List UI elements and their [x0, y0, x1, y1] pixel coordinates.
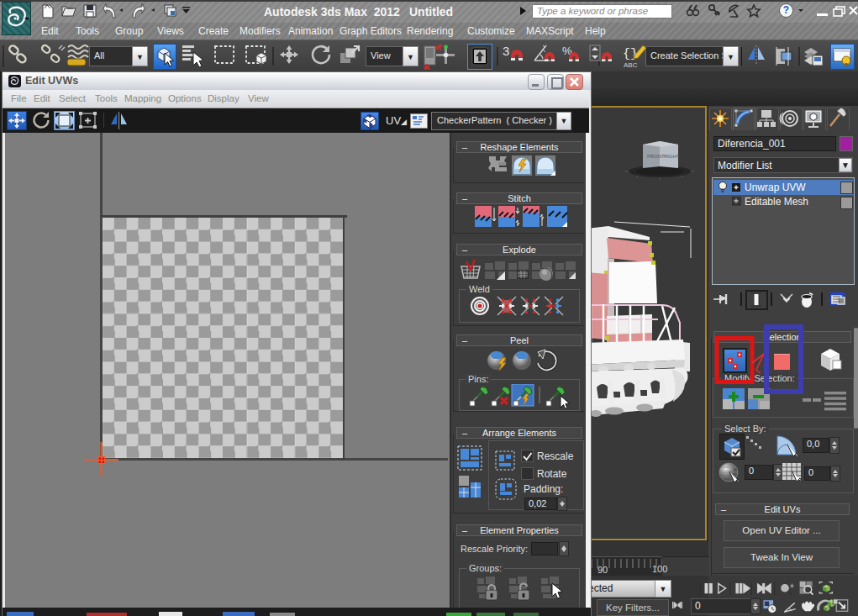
svg-text:ABC: ABC	[624, 61, 638, 69]
svg-text:FRONT: FRONT	[647, 154, 665, 159]
svg-text:RIGHT: RIGHT	[664, 154, 680, 159]
svg-text:±: ±	[790, 582, 794, 589]
svg-text:3: 3	[503, 44, 509, 58]
